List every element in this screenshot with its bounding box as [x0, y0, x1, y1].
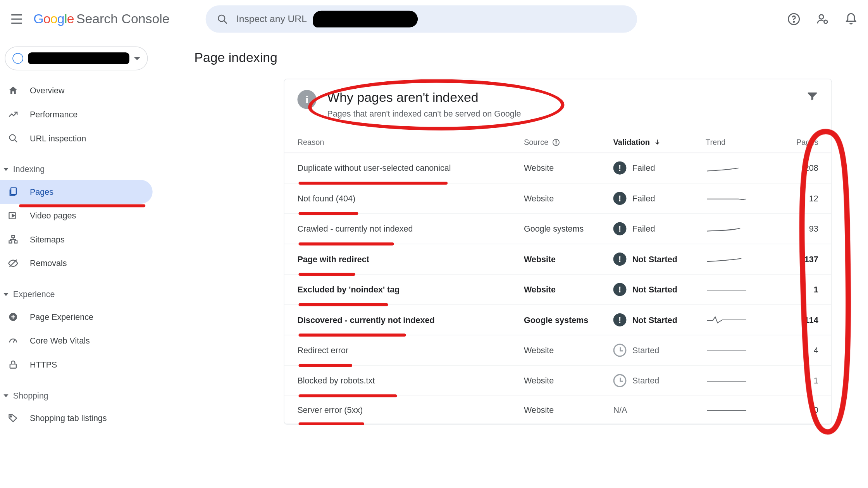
home-icon	[7, 84, 19, 96]
sidebar-section-experience[interactable]: Experience	[0, 284, 153, 305]
svg-point-6	[10, 135, 16, 141]
table-row[interactable]: Duplicate without user-selected canonica…	[284, 153, 832, 183]
col-header-validation[interactable]: Validation	[613, 137, 706, 146]
pages-cell: 93	[765, 224, 818, 234]
pages-cell: 0	[765, 405, 818, 415]
product-logo[interactable]: Google Search Console	[33, 11, 170, 27]
trend-icon	[7, 108, 19, 120]
sidebar-item-label: Overview	[30, 86, 65, 95]
validation-status: Not Started	[632, 315, 677, 325]
trend-cell	[706, 345, 765, 356]
redacted-property-text	[313, 11, 418, 27]
main-content: Page indexing i Why pages aren't indexed…	[153, 38, 868, 430]
sidebar-item-page-experience[interactable]: Page Experience	[0, 305, 153, 329]
reason-cell: Duplicate without user-selected canonica…	[297, 163, 524, 173]
clock-icon	[613, 374, 627, 387]
help-icon	[552, 138, 561, 146]
trend-cell	[706, 254, 765, 265]
validation-status: Started	[632, 376, 659, 385]
source-cell: Google systems	[524, 315, 613, 325]
source-cell: Website	[524, 376, 613, 385]
pages-cell: 12	[765, 194, 818, 203]
sidebar-item-label: Shopping tab listings	[30, 413, 107, 423]
validation-status: N/A	[613, 405, 627, 415]
hamburger-menu-icon[interactable]	[10, 12, 24, 26]
error-icon: !	[613, 253, 627, 266]
sidebar-item-removals[interactable]: Removals	[0, 251, 153, 275]
search-icon	[216, 13, 228, 25]
table-row[interactable]: Excluded by 'noindex' tag Website !Not S…	[284, 275, 832, 305]
clock-icon	[613, 344, 627, 357]
validation-status: Failed	[632, 194, 655, 203]
sidebar-item-shopping-tab[interactable]: Shopping tab listings	[0, 406, 153, 430]
sparkline-icon	[706, 404, 747, 415]
card-subtitle: Pages that aren't indexed can't be serve…	[327, 109, 521, 119]
sidebar-item-pages[interactable]: Pages	[0, 180, 153, 204]
table-row[interactable]: Server error (5xx) Website N/A 0	[284, 396, 832, 424]
sparkline-icon	[706, 345, 747, 356]
validation-status: Not Started	[632, 285, 677, 294]
sparkline-icon	[706, 163, 747, 174]
pages-cell: 114	[765, 315, 818, 325]
trend-cell	[706, 223, 765, 234]
table-row[interactable]: Blocked by robots.txt Website Started 1	[284, 366, 832, 396]
table-row[interactable]: Redirect error Website Started 4	[284, 335, 832, 366]
sidebar-item-performance[interactable]: Performance	[0, 103, 153, 127]
filter-icon[interactable]	[806, 90, 818, 102]
card-title: Why pages aren't indexed	[327, 90, 521, 105]
sidebar-section-indexing[interactable]: Indexing	[0, 158, 153, 180]
svg-rect-11	[12, 235, 14, 238]
source-cell: Website	[524, 345, 613, 355]
sparkline-icon	[706, 193, 747, 204]
validation-status: Started	[632, 345, 659, 355]
sidebar-item-core-web-vitals[interactable]: Core Web Vitals	[0, 329, 153, 353]
sidebar-item-overview[interactable]: Overview	[0, 79, 153, 103]
chevron-down-icon	[134, 57, 140, 60]
col-header-trend: Trend	[706, 137, 765, 146]
help-icon[interactable]	[787, 12, 801, 26]
trend-cell	[706, 314, 765, 325]
svg-line-1	[224, 21, 226, 23]
table-row[interactable]: Crawled - currently not indexed Google s…	[284, 214, 832, 244]
url-inspect-search[interactable]: Inspect any URL	[205, 5, 637, 33]
sidebar-item-https[interactable]: HTTPS	[0, 352, 153, 376]
sidebar-item-label: HTTPS	[30, 360, 57, 369]
sidebar-item-label: Core Web Vitals	[30, 336, 90, 345]
triangle-down-icon	[3, 168, 8, 171]
svg-point-20	[556, 143, 556, 144]
validation-cell: Started	[613, 344, 706, 357]
globe-icon	[12, 53, 23, 64]
trend-cell	[706, 404, 765, 415]
pages-cell: 1	[765, 376, 818, 385]
table-row[interactable]: Discovered - currently not indexed Googl…	[284, 305, 832, 335]
validation-cell: !Failed	[613, 162, 706, 175]
svg-point-18	[10, 416, 11, 417]
table-row[interactable]: Page with redirect Website !Not Started …	[284, 244, 832, 275]
trend-cell	[706, 375, 765, 386]
sidebar-item-label: Video pages	[30, 211, 76, 220]
sidebar-item-sitemaps[interactable]: Sitemaps	[0, 228, 153, 252]
notifications-bell-icon[interactable]	[844, 12, 858, 26]
error-icon: !	[613, 162, 627, 175]
col-header-pages[interactable]: Pages	[765, 137, 818, 146]
col-header-reason[interactable]: Reason	[297, 137, 524, 146]
reason-cell: Server error (5xx)	[297, 405, 524, 415]
user-settings-icon[interactable]	[815, 12, 830, 26]
triangle-down-icon	[3, 394, 8, 397]
video-icon	[7, 210, 19, 222]
source-cell: Website	[524, 285, 613, 294]
svg-rect-8	[11, 188, 16, 194]
validation-cell: !Failed	[613, 222, 706, 235]
sidebar-item-url-inspection[interactable]: URL inspection	[0, 126, 153, 150]
sidebar-item-video-pages[interactable]: Video pages	[0, 204, 153, 228]
reason-cell: Page with redirect	[297, 254, 524, 264]
top-header: Google Search Console Inspect any URL	[0, 0, 868, 38]
sidebar-section[interactable]: Shopping	[0, 385, 153, 406]
col-header-source[interactable]: Source	[524, 137, 613, 146]
validation-cell: !Not Started	[613, 313, 706, 326]
info-icon: i	[297, 90, 316, 109]
tag-icon	[7, 412, 19, 424]
reason-cell: Discovered - currently not indexed	[297, 315, 524, 325]
table-row[interactable]: Not found (404) Website !Failed 12	[284, 184, 832, 214]
property-selector[interactable]	[5, 46, 148, 70]
